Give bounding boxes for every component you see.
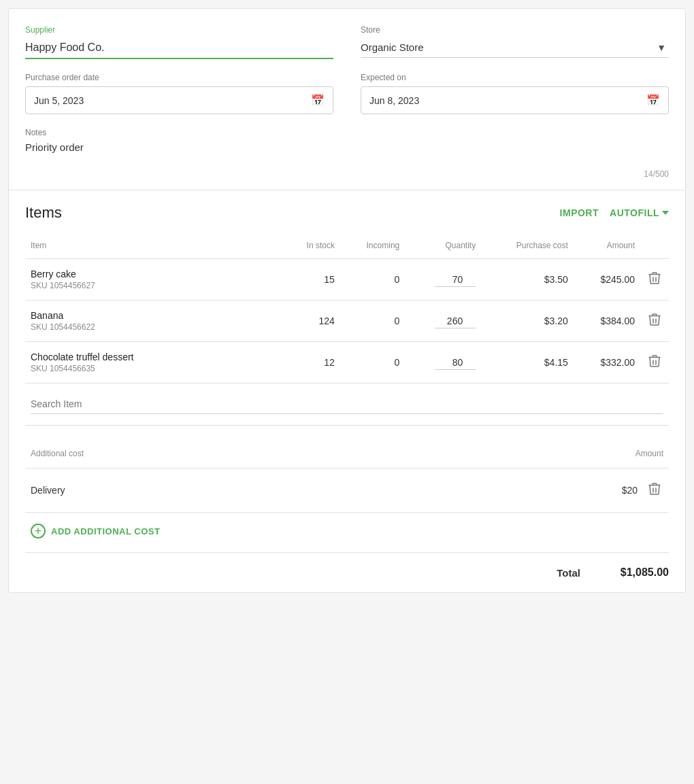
cell-quantity[interactable] xyxy=(405,301,481,342)
additional-cost-row-amount: $20 xyxy=(597,485,638,496)
purchase-date-wrapper[interactable]: 📅 xyxy=(25,86,333,114)
expected-date-label: Expected on xyxy=(361,73,669,82)
cell-item-name: Banana SKU 1054456622 xyxy=(25,301,282,342)
item-sku: SKU 1054456627 xyxy=(31,281,277,290)
table-head: Item In stock Incoming Quantity Purchase… xyxy=(25,235,669,259)
store-group: Store Organic Store Main Store Downtown … xyxy=(361,25,669,59)
cell-delete[interactable] xyxy=(640,342,669,384)
purchase-date-group: Purchase order date 📅 xyxy=(25,73,333,114)
delete-additional-cost-button[interactable] xyxy=(646,479,663,501)
search-item-input[interactable] xyxy=(31,394,663,414)
quantity-input[interactable] xyxy=(435,314,476,328)
items-tbody: Berry cake SKU 1054456627 15 0 $3.50 $24… xyxy=(25,259,669,426)
col-header-actions xyxy=(640,235,669,259)
search-cell[interactable] xyxy=(25,384,669,426)
trash-icon xyxy=(648,313,661,326)
cell-item-name: Chocolate truffel dessert SKU 1054456635 xyxy=(25,342,282,384)
additional-cost-label: Additional cost xyxy=(31,449,84,458)
cell-in-stock: 15 xyxy=(282,259,340,301)
total-row: Total $1,085.00 xyxy=(9,553,685,592)
autofill-label: AUTOFILL xyxy=(610,207,659,218)
cell-in-stock: 124 xyxy=(282,301,340,342)
additional-cost-header: Additional cost Amount xyxy=(25,439,669,468)
items-section: Items IMPORT AUTOFILL Item In stock Inco… xyxy=(9,190,685,439)
col-header-purchase-cost: Purchase cost xyxy=(481,235,574,259)
items-title: Items xyxy=(25,204,62,222)
delete-item-button[interactable] xyxy=(646,352,663,373)
add-additional-cost-row[interactable]: + ADD ADDITIONAL COST xyxy=(25,513,669,553)
cell-item-name: Berry cake SKU 1054456627 xyxy=(25,259,282,301)
cell-purchase-cost: $4.15 xyxy=(481,342,574,384)
cell-incoming: 0 xyxy=(340,301,405,342)
cell-purchase-cost: $3.50 xyxy=(481,259,574,301)
additional-cost-amount-header: Amount xyxy=(635,449,663,458)
supplier-label: Supplier xyxy=(25,25,333,35)
notes-group: Notes Priority order 14/500 xyxy=(25,128,669,179)
items-header: Items IMPORT AUTOFILL xyxy=(25,204,669,222)
purchase-date-calendar-icon[interactable]: 📅 xyxy=(311,94,325,107)
notes-textarea[interactable]: Priority order xyxy=(25,141,669,165)
add-cost-icon: + xyxy=(31,524,46,539)
cell-incoming: 0 xyxy=(340,342,405,384)
cell-incoming: 0 xyxy=(340,259,405,301)
additional-rows: Delivery $20 xyxy=(25,468,669,513)
search-item-row xyxy=(25,384,669,426)
delete-item-button[interactable] xyxy=(646,310,663,332)
item-name: Banana xyxy=(31,310,277,321)
additional-cost-section: Additional cost Amount Delivery $20 + AD… xyxy=(9,439,685,553)
trash-icon xyxy=(648,271,661,285)
expected-date-calendar-icon[interactable]: 📅 xyxy=(646,94,660,107)
item-name: Chocolate truffel dessert xyxy=(31,352,277,362)
item-name: Berry cake xyxy=(31,269,277,279)
store-select[interactable]: Organic Store Main Store Downtown Store xyxy=(361,37,669,58)
purchase-date-label: Purchase order date xyxy=(25,73,333,82)
cell-amount: $384.00 xyxy=(574,301,640,342)
additional-cost-row: Delivery $20 xyxy=(25,468,669,513)
expected-date-wrapper[interactable]: 📅 xyxy=(361,86,669,114)
supplier-input[interactable] xyxy=(25,37,333,59)
store-label: Store xyxy=(361,25,669,35)
expected-date-input[interactable] xyxy=(369,95,646,106)
notes-counter: 14/500 xyxy=(25,169,669,179)
autofill-button[interactable]: AUTOFILL xyxy=(610,207,669,218)
cell-amount: $245.00 xyxy=(574,259,640,301)
cell-quantity[interactable] xyxy=(405,259,481,301)
purchase-date-input[interactable] xyxy=(34,95,311,106)
supplier-group: Supplier xyxy=(25,25,333,59)
cell-purchase-cost: $3.20 xyxy=(481,301,574,342)
col-header-quantity: Quantity xyxy=(405,235,481,259)
cell-in-stock: 12 xyxy=(282,342,340,384)
col-header-item: Item xyxy=(25,235,282,259)
table-header-row: Item In stock Incoming Quantity Purchase… xyxy=(25,235,669,259)
expected-date-group: Expected on 📅 xyxy=(361,73,669,114)
quantity-input[interactable] xyxy=(435,356,476,370)
items-actions: IMPORT AUTOFILL xyxy=(560,207,669,218)
trash-icon xyxy=(648,482,661,496)
autofill-chevron-icon xyxy=(662,211,669,215)
quantity-input[interactable] xyxy=(435,273,476,287)
table-row: Berry cake SKU 1054456627 15 0 $3.50 $24… xyxy=(25,259,669,301)
col-header-incoming: Incoming xyxy=(340,235,405,259)
total-label: Total xyxy=(557,567,580,579)
notes-label: Notes xyxy=(25,128,669,137)
table-row: Banana SKU 1054456622 124 0 $3.20 $384.0… xyxy=(25,301,669,342)
total-value: $1,085.00 xyxy=(608,566,669,579)
add-cost-button-label: ADD ADDITIONAL COST xyxy=(51,526,160,536)
col-header-in-stock: In stock xyxy=(282,235,340,259)
cell-delete[interactable] xyxy=(640,301,669,342)
item-sku: SKU 1054456622 xyxy=(31,322,277,332)
cell-delete[interactable] xyxy=(640,259,669,301)
cell-quantity[interactable] xyxy=(405,342,481,384)
table-row: Chocolate truffel dessert SKU 1054456635… xyxy=(25,342,669,384)
additional-cost-row-label: Delivery xyxy=(31,485,597,496)
cell-amount: $332.00 xyxy=(574,342,640,384)
import-button[interactable]: IMPORT xyxy=(560,207,599,218)
items-table: Item In stock Incoming Quantity Purchase… xyxy=(25,235,669,426)
trash-icon xyxy=(648,354,661,368)
delete-item-button[interactable] xyxy=(646,269,663,290)
item-sku: SKU 1054456635 xyxy=(31,364,277,373)
col-header-amount: Amount xyxy=(574,235,640,259)
store-select-wrapper[interactable]: Organic Store Main Store Downtown Store … xyxy=(361,37,669,58)
